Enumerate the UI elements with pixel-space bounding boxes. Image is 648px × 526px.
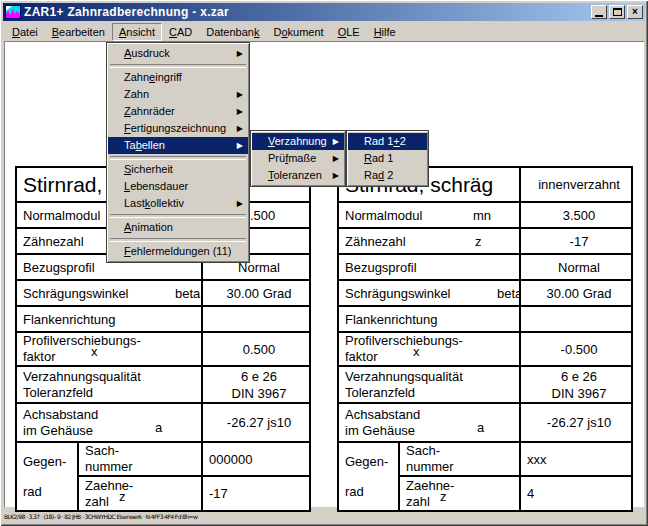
row-symbol: x: [91, 344, 98, 360]
menubar-item-dokument[interactable]: Dokument: [266, 23, 330, 41]
row-symbol: a: [155, 420, 162, 436]
footer-fineprint: BLK2/98 · 3.37 · (18)– 9 · 82 JHB · 3CHW…: [4, 513, 234, 521]
menu-item-fertigungszeichnung[interactable]: Fertigungszeichnung▶: [108, 120, 248, 137]
chevron-right-icon: ▶: [237, 120, 243, 137]
chevron-right-icon: ▶: [333, 167, 339, 184]
row-label: Schrägungswinkel: [345, 286, 451, 301]
row-label: Sach-: [406, 443, 440, 458]
row-value: 0.500: [202, 332, 310, 366]
row-label: zahl: [85, 494, 109, 509]
menu-separator: [108, 62, 248, 69]
row-value: 30.00 Grad: [202, 280, 310, 306]
row-label: rad: [23, 484, 42, 499]
row-value: 6 e 26: [561, 369, 597, 384]
maximize-icon: [613, 8, 622, 16]
row-value: -0.500: [520, 332, 632, 366]
menu-item-fehlermeldungen[interactable]: Fehlermeldungen (11): [108, 243, 248, 260]
row-label: Verzahnungsqualität: [345, 369, 463, 384]
menu-item-sicherheit[interactable]: Sicherheit: [108, 161, 248, 178]
row-symbol: z: [119, 489, 126, 505]
client-area: Stirnrad, schräg Normalmodulmn 3.500 Zäh…: [4, 41, 644, 507]
maximize-button[interactable]: [609, 5, 625, 19]
row-value: DIN 3967: [552, 386, 607, 401]
row-label: Zaehne-: [85, 478, 133, 493]
chevron-right-icon: ▶: [237, 45, 243, 62]
row-label: rad: [345, 484, 364, 499]
window-title: ZAR1+ Zahnradberechnung - x.zar: [24, 5, 229, 19]
menubar-item-hilfe[interactable]: Hilfe: [367, 23, 403, 41]
close-icon: ×: [632, 7, 638, 17]
ansicht-dropdown-menu: Ausdruck▶ZahneingriffZahn▶Zahnräder▶Fert…: [106, 42, 250, 263]
menu-item-verzahnung[interactable]: Verzahnung▶: [252, 133, 344, 150]
row-value: 4: [520, 476, 632, 511]
row-label: Normalmodul: [345, 208, 422, 223]
chevron-right-icon: ▶: [237, 86, 243, 103]
minimize-button[interactable]: [591, 5, 607, 19]
menu-item-pruefmasse[interactable]: Prüfmaße▶: [252, 150, 344, 167]
row-label: Schrägungswinkel: [23, 286, 129, 301]
menu-item-tabellen[interactable]: Tabellen▶: [108, 137, 248, 154]
row-value: DIN 3967: [232, 386, 287, 401]
chevron-right-icon: ▶: [333, 133, 339, 150]
row-value: -26.27 js10: [202, 403, 310, 442]
tabellen-submenu: Verzahnung▶Prüfmaße▶Toleranzen▶: [250, 130, 346, 187]
row-label: Profilverschiebungs-: [345, 333, 463, 348]
chevron-right-icon: ▶: [237, 137, 243, 154]
row-value: -26.27 js10: [520, 403, 632, 442]
minimize-icon: [595, 15, 603, 17]
row-value: [520, 306, 632, 332]
app-icon: [5, 5, 21, 19]
menubar-item-ansicht[interactable]: Ansicht: [112, 23, 162, 41]
row-symbol: z: [440, 489, 447, 505]
row-value: xxx: [520, 442, 632, 476]
menu-item-lebensdauer[interactable]: Lebensdauer: [108, 178, 248, 195]
row-label: Verzahnungsqualität: [23, 369, 141, 384]
row-label: faktor: [345, 349, 378, 364]
chevron-right-icon: ▶: [237, 103, 243, 120]
row-label: Zaehne-: [406, 478, 454, 493]
menubar-item-datei[interactable]: Datei: [5, 23, 45, 41]
row-label: Bezugsprofil: [23, 260, 95, 275]
row-label: Flankenrichtung: [345, 312, 438, 327]
row-value: 3.500: [520, 202, 632, 228]
row-label: Normalmodul: [23, 208, 100, 223]
menubar-item-cad[interactable]: CAD: [162, 23, 199, 41]
menu-item-lastkollektiv[interactable]: Lastkollektiv▶: [108, 195, 248, 212]
row-label: Zähnezahl: [23, 234, 84, 249]
row-label: Toleranzfeld: [345, 385, 415, 400]
menu-bar: DateiBearbeitenAnsichtCADDatenbankDokume…: [3, 22, 645, 41]
row-label: im Gehäuse: [23, 423, 93, 438]
menubar-item-datenbank[interactable]: Datenbank: [199, 23, 266, 41]
row-value: 30.00 Grad: [520, 280, 632, 306]
menubar-item-bearbeiten[interactable]: Bearbeiten: [45, 23, 112, 41]
menu-item-rad-1-2[interactable]: Rad 1+2: [348, 133, 427, 150]
close-button[interactable]: ×: [627, 5, 643, 19]
menu-item-zahn[interactable]: Zahn▶: [108, 86, 248, 103]
menu-item-zahneingriff[interactable]: Zahneingriff: [108, 69, 248, 86]
row-label: zahl: [406, 494, 430, 509]
row-label: Toleranzfeld: [23, 385, 93, 400]
row-label: nummer: [406, 459, 454, 474]
row-label: Profilverschiebungs-: [23, 333, 141, 348]
menu-item-animation[interactable]: Animation: [108, 219, 248, 236]
title-bar[interactable]: ZAR1+ Zahnradberechnung - x.zar ×: [3, 3, 645, 21]
row-symbol: mn: [473, 208, 491, 223]
menu-item-rad-1[interactable]: Rad 1: [348, 150, 427, 167]
row-label: Gegen-: [23, 454, 66, 469]
row-label: faktor: [23, 349, 56, 364]
row-symbol: beta: [497, 286, 520, 301]
menu-item-zahnraeder[interactable]: Zahnräder▶: [108, 103, 248, 120]
row-label: Gegen-: [345, 454, 388, 469]
chevron-right-icon: ▶: [333, 150, 339, 167]
row-symbol: x: [413, 344, 420, 360]
row-label: Sach-: [85, 443, 119, 458]
menu-item-toleranzen[interactable]: Toleranzen▶: [252, 167, 344, 184]
menu-item-rad-2[interactable]: Rad 2: [348, 167, 427, 184]
table-right-header-value: innenverzahnt: [520, 167, 632, 202]
menubar-item-ole[interactable]: OLE: [331, 23, 367, 41]
verzahnung-submenu: Rad 1+2Rad 1Rad 2: [346, 130, 429, 187]
row-symbol: z: [475, 234, 482, 249]
menu-item-ausdruck[interactable]: Ausdruck▶: [108, 45, 248, 62]
row-value: 000000: [202, 442, 310, 476]
row-label: Achsabstand: [345, 407, 420, 422]
